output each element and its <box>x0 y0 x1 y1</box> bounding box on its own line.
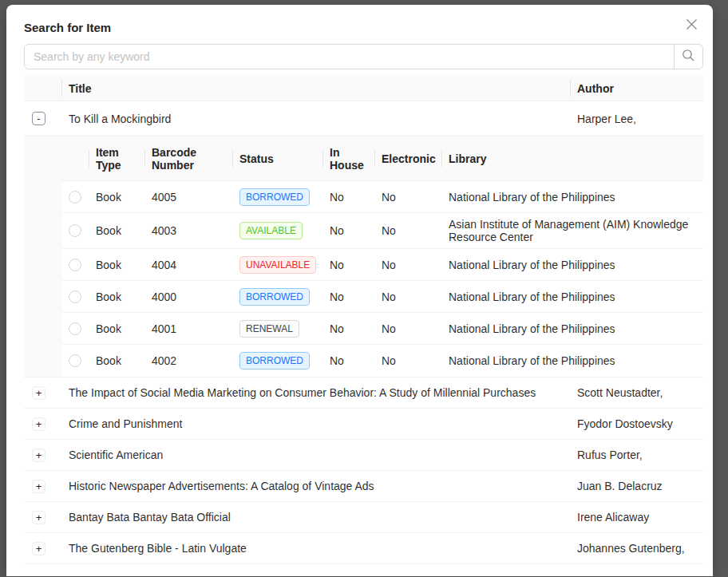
result-author: Juan B. Delacruz <box>571 480 703 492</box>
barcode-cell: 4005 <box>145 186 233 208</box>
result-title: Crime and Punishment <box>62 417 571 430</box>
electronic-cell: No <box>375 219 442 242</box>
expand-row-button[interactable]: + <box>32 449 46 462</box>
item-radio-button[interactable] <box>69 259 81 271</box>
radio-column-header <box>62 154 89 164</box>
modal-header: Search for Item <box>24 5 703 44</box>
expanded-items-area: Item Type Barcode Number Status In House… <box>24 136 703 377</box>
item-type-cell: Book <box>89 318 145 340</box>
electronic-cell: No <box>375 254 442 276</box>
item-row: Book 4000 BORROWED No No National Librar… <box>62 281 703 313</box>
library-cell: National Library of the Philippines <box>442 286 703 308</box>
item-radio-button[interactable] <box>69 191 81 204</box>
search-icon <box>682 49 695 65</box>
items-table: Item Type Barcode Number Status In House… <box>62 136 703 377</box>
item-radio-button[interactable] <box>69 354 81 367</box>
barcode-cell: 4002 <box>145 350 233 372</box>
item-type-cell: Book <box>89 286 145 308</box>
library-cell: National Library of the Philippines <box>442 254 703 276</box>
status-badge: AVAILABLE <box>239 222 303 239</box>
in-house-cell: No <box>323 219 375 242</box>
item-type-cell: Book <box>89 350 145 372</box>
modal-title: Search for Item <box>24 21 703 34</box>
result-author: Fyodor Dostoevsky <box>571 417 703 430</box>
in-house-column-header: In House <box>323 141 375 176</box>
result-title: Scientific American <box>62 449 571 461</box>
item-row: Book 4002 BORROWED No No National Librar… <box>62 345 703 377</box>
item-type-column-header: Item Type <box>89 141 145 176</box>
search-for-item-modal: Search for Item Title Author - To Kill a… <box>6 5 713 576</box>
barcode-cell: 4001 <box>145 318 233 340</box>
items-table-header: Item Type Barcode Number Status In House… <box>62 136 703 181</box>
library-cell: National Library of the Philippines <box>442 318 703 340</box>
status-badge: BORROWED <box>239 188 310 206</box>
item-row: Book 4001 RENEWAL No No National Library… <box>62 313 703 345</box>
result-author: Irene Alicaway <box>571 511 703 524</box>
item-type-cell: Book <box>89 219 145 242</box>
expand-row-button[interactable]: + <box>32 417 46 431</box>
library-cell: Asian Institute of Management (AIM) Know… <box>442 213 703 248</box>
item-type-cell: Book <box>89 254 145 276</box>
item-row: Book 4005 BORROWED No No National Librar… <box>62 181 703 213</box>
expand-row-button[interactable]: + <box>32 511 46 524</box>
result-row: + Crime and Punishment Fyodor Dostoevsky <box>24 409 703 440</box>
expand-row-button[interactable]: + <box>32 542 46 555</box>
status-badge: BORROWED <box>239 352 310 370</box>
result-row: + Historic Newspaper Advertisements: A C… <box>24 471 703 502</box>
search-button[interactable] <box>674 44 703 69</box>
library-column-header: Library <box>442 148 703 170</box>
library-cell: National Library of the Philippines <box>442 186 703 208</box>
result-row-expanded: - To Kill a Mockingbird Harper Lee, <box>24 101 703 136</box>
result-title: The Gutenberg Bible - Latin Vulgate <box>62 542 571 555</box>
item-radio-button[interactable] <box>69 290 81 303</box>
barcode-cell: 4004 <box>145 254 233 276</box>
result-author: Harper Lee, <box>571 113 703 125</box>
item-radio-button[interactable] <box>69 224 81 237</box>
item-row: Book 4003 AVAILABLE No No Asian Institut… <box>62 213 703 249</box>
search-input[interactable] <box>24 44 675 69</box>
result-row: + The Impact of Social Media Marketing o… <box>24 377 703 409</box>
item-radio-button[interactable] <box>69 322 81 335</box>
in-house-cell: No <box>323 318 375 340</box>
result-title: The Impact of Social Media Marketing on … <box>62 386 571 399</box>
result-row: + Bantay Bata Bantay Bata Official Irene… <box>24 502 703 533</box>
status-badge: BORROWED <box>239 288 310 306</box>
result-author: Scott Neustadter, <box>571 386 703 399</box>
item-type-cell: Book <box>89 186 145 208</box>
electronic-cell: No <box>375 350 442 372</box>
result-title: Historic Newspaper Advertisements: A Cat… <box>62 480 571 492</box>
result-row: + Scientific American Rufus Porter, <box>24 440 703 471</box>
results-table-header: Title Author <box>24 76 703 101</box>
barcode-cell: 4000 <box>145 286 233 308</box>
item-row: Book 4004 UNAVAILABLE No No National Lib… <box>62 249 703 281</box>
result-row: + The Gutenberg Bible - Latin Vulgate Jo… <box>24 533 703 564</box>
title-column-header: Title <box>62 82 571 95</box>
result-title: To Kill a Mockingbird <box>62 113 571 125</box>
expand-gutter <box>24 136 62 377</box>
status-column-header: Status <box>233 148 323 170</box>
close-button[interactable] <box>682 17 700 34</box>
expand-row-button[interactable]: + <box>32 386 46 400</box>
author-column-header: Author <box>571 82 703 95</box>
status-badge: UNAVAILABLE <box>239 256 316 274</box>
electronic-cell: No <box>375 318 442 340</box>
search-group <box>24 44 703 69</box>
electronic-column-header: Electronic <box>375 148 442 170</box>
close-icon <box>686 18 698 33</box>
result-author: Rufus Porter, <box>571 449 703 461</box>
in-house-cell: No <box>323 254 375 276</box>
result-title: Bantay Bata Bantay Bata Official <box>62 511 571 524</box>
electronic-cell: No <box>375 286 442 308</box>
electronic-cell: No <box>375 186 442 208</box>
result-author: Johannes Gutenberg, <box>571 542 703 555</box>
in-house-cell: No <box>323 350 375 372</box>
results-table: Title Author - To Kill a Mockingbird Har… <box>24 76 703 564</box>
barcode-cell: 4003 <box>145 219 233 242</box>
in-house-cell: No <box>323 286 375 308</box>
expand-row-button[interactable]: + <box>32 480 46 493</box>
barcode-column-header: Barcode Number <box>145 141 233 176</box>
library-cell: National Library of the Philippines <box>442 350 703 372</box>
in-house-cell: No <box>323 186 375 208</box>
collapse-row-button[interactable]: - <box>32 112 46 125</box>
status-badge: RENEWAL <box>239 320 299 338</box>
